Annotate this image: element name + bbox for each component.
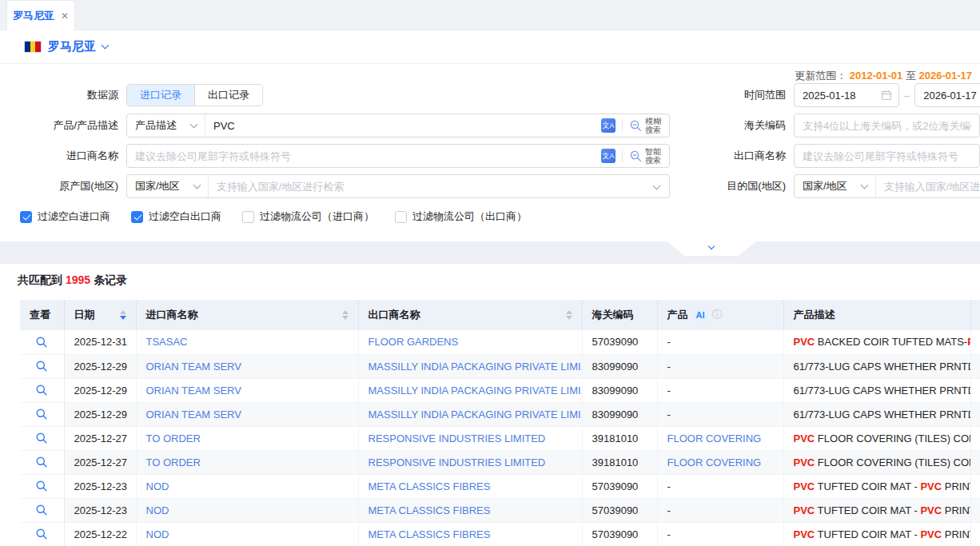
importer-link[interactable]: ORIAN TEAM SERV xyxy=(146,409,241,420)
records-tbody: 2025-12-31TSASACFLOOR GARDENS57039090-PV… xyxy=(20,330,980,546)
exporter-link[interactable]: MASSILLY INDIA PACKAGING PRIVATE LIMI... xyxy=(368,361,583,373)
smart-search-icon xyxy=(629,149,643,163)
col-header-importer[interactable]: 进口商名称 xyxy=(136,300,358,330)
exporter-link[interactable]: MASSILLY INDIA PACKAGING PRIVATE LIMI... xyxy=(368,385,583,397)
product-type-select[interactable]: 产品描述 xyxy=(127,114,205,137)
extra-cell xyxy=(970,354,980,378)
col-header-view: 查看 xyxy=(20,300,64,330)
exporter-link[interactable]: RESPONSIVE INDUSTRIES LIMITED xyxy=(368,456,546,468)
importer-link[interactable]: ORIAN TEAM SERV xyxy=(146,385,241,397)
date-end-input[interactable] xyxy=(915,84,980,106)
exporter-link[interactable]: FLOOR GARDENS xyxy=(368,336,459,348)
extra-cell xyxy=(970,474,980,498)
view-record-button[interactable] xyxy=(33,525,50,543)
exporter-link[interactable]: META CLASSICS FIBRES xyxy=(368,504,491,516)
translate-icon[interactable]: 文A xyxy=(601,149,615,163)
checkbox-label: 过滤物流公司（出口商） xyxy=(412,209,527,224)
exporter-link[interactable]: RESPONSIVE INDUSTRIES LIMITED xyxy=(368,432,546,444)
close-icon[interactable]: ✕ xyxy=(61,10,69,22)
col-header-exporter[interactable]: 出口商名称 xyxy=(358,300,582,330)
importer-link[interactable]: TO ORDER xyxy=(146,456,201,468)
description-cell: PVC FLOOR COVERING (TILES) CONT... xyxy=(783,450,970,474)
filter-checkbox[interactable]: 过滤空白出口商 xyxy=(131,209,221,224)
sort-icon[interactable] xyxy=(114,310,126,320)
view-record-button[interactable] xyxy=(33,453,50,471)
smart-search-button[interactable]: 智能搜索 xyxy=(629,147,669,165)
importer-link[interactable]: TO ORDER xyxy=(146,432,201,444)
exporter-search-input[interactable] xyxy=(795,145,979,167)
translate-icon[interactable]: 文A xyxy=(601,118,615,133)
view-record-button[interactable] xyxy=(33,501,50,519)
tab-romania[interactable]: 罗马尼亚 ✕ xyxy=(6,0,75,30)
sort-icon[interactable] xyxy=(560,310,572,320)
exporter-link[interactable]: MASSILLY INDIA PACKAGING PRIVATE LIMI... xyxy=(368,409,583,420)
date-start-field[interactable] xyxy=(794,83,899,107)
date-end-field[interactable] xyxy=(914,83,980,107)
col-header-description: 产品描述 xyxy=(783,300,970,330)
origin-country-select[interactable]: 国家/地区 xyxy=(127,175,209,197)
fuzzy-search-button[interactable]: 模糊搜索 xyxy=(629,117,669,134)
dest-country-select-value: 国家/地区 xyxy=(803,179,847,193)
hs-code-input[interactable] xyxy=(795,114,979,137)
exporter-link[interactable]: META CLASSICS FIBRES xyxy=(368,528,491,540)
product-link[interactable]: FLOOR COVERING xyxy=(667,456,762,468)
importer-link[interactable]: TSASAC xyxy=(146,336,188,348)
extra-cell xyxy=(970,402,980,426)
exporter-link[interactable]: META CLASSICS FIBRES xyxy=(368,480,491,492)
update-range-end: 2026-01-17 xyxy=(919,70,973,82)
col-header-product: 产品AIⓘ xyxy=(657,300,783,330)
view-record-button[interactable] xyxy=(33,429,50,447)
date-cell: 2025-12-29 xyxy=(64,402,136,426)
chevron-down-icon xyxy=(860,181,868,189)
view-record-button[interactable] xyxy=(33,357,50,375)
magnifier-icon xyxy=(35,360,48,373)
data-source-option[interactable]: 进口记录 xyxy=(127,85,194,106)
chevron-down-icon[interactable] xyxy=(102,42,110,50)
info-icon[interactable]: ⓘ xyxy=(712,308,723,322)
origin-country-select-value: 国家/地区 xyxy=(135,179,180,193)
filter-checkbox[interactable]: 过滤物流公司（出口商） xyxy=(395,209,527,224)
date-cell: 2025-12-22 xyxy=(64,522,136,546)
view-record-button[interactable] xyxy=(33,477,50,495)
view-record-button[interactable] xyxy=(33,381,50,399)
table-row: 2025-12-29ORIAN TEAM SERVMASSILLY INDIA … xyxy=(20,378,980,402)
importer-link[interactable]: ORIAN TEAM SERV xyxy=(146,361,241,373)
product-cell: - xyxy=(657,522,783,546)
extra-cell xyxy=(970,522,980,546)
hs-code-cell: 57039090 xyxy=(582,474,657,498)
origin-country-label: 原产国(地区) xyxy=(0,179,126,193)
romania-flag-icon xyxy=(24,41,42,53)
date-cell: 2025-12-29 xyxy=(64,354,136,378)
magnifier-icon xyxy=(35,528,48,540)
filter-checkbox[interactable]: 过滤空白进口商 xyxy=(20,209,110,224)
dest-country-select[interactable]: 国家/地区 xyxy=(795,175,876,197)
importer-link[interactable]: NOD xyxy=(146,480,169,492)
importer-link[interactable]: NOD xyxy=(146,528,169,540)
view-record-button[interactable] xyxy=(33,405,50,423)
product-search-input[interactable] xyxy=(205,114,601,137)
importer-link[interactable]: NOD xyxy=(146,504,169,516)
dest-country-input[interactable] xyxy=(876,175,980,197)
fuzzy-search-icon xyxy=(629,119,643,133)
data-source-option[interactable]: 出口记录 xyxy=(194,85,262,106)
country-name: 罗马尼亚 xyxy=(48,39,96,54)
date-cell: 2025-12-23 xyxy=(64,498,136,522)
filter-checkbox[interactable]: 过滤物流公司（进口商） xyxy=(242,209,374,224)
col-header-extra xyxy=(970,300,980,330)
description-cell: 61/773-LUG CAPS WHETHER PRNTD... xyxy=(783,402,970,426)
fuzzy-search-label: 模糊搜索 xyxy=(645,117,663,134)
result-count-suffix: 条记录 xyxy=(94,273,127,286)
view-record-button[interactable] xyxy=(33,333,50,351)
origin-country-input[interactable] xyxy=(209,175,647,197)
importer-search-input[interactable] xyxy=(127,145,601,167)
date-start-input[interactable] xyxy=(795,84,881,106)
hs-code-cell: 39181010 xyxy=(582,450,657,474)
exporter-search-field[interactable] xyxy=(794,144,980,168)
sort-icon[interactable] xyxy=(336,310,349,320)
col-header-date[interactable]: 日期 xyxy=(64,300,136,330)
product-link[interactable]: FLOOR COVERING xyxy=(667,432,762,444)
update-range-to: 至 xyxy=(906,70,916,82)
importer-search-field: 文A 智能搜索 xyxy=(126,144,670,168)
tab-title: 罗马尼亚 xyxy=(13,9,54,23)
hs-code-field[interactable] xyxy=(794,114,980,137)
